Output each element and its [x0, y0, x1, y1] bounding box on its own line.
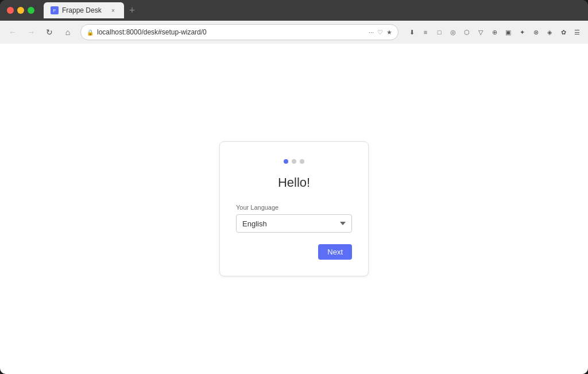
tabs-bar: F Frappe Desk × + [44, 2, 581, 18]
bookmark-icon[interactable]: ★ [386, 29, 392, 36]
minimize-traffic-light[interactable] [17, 7, 24, 14]
forward-button[interactable]: → [23, 24, 39, 40]
menu-icon[interactable]: ☰ [571, 26, 583, 38]
language-label: Your Language [236, 204, 352, 211]
ext10-icon[interactable]: ◈ [543, 26, 556, 38]
back-button[interactable]: ← [5, 24, 21, 40]
wizard-dot-1 [284, 159, 288, 164]
ext3-icon[interactable]: ◎ [447, 26, 459, 38]
download-icon[interactable]: ⬇ [405, 26, 418, 38]
address-bar[interactable]: 🔒 localhost:8000/desk#setup-wizard/0 ···… [80, 24, 399, 40]
tab-title: Frappe Desk [62, 6, 102, 14]
title-bar: F Frappe Desk × + [0, 0, 588, 21]
lock-icon: 🔒 [87, 29, 94, 36]
ext6-icon[interactable]: ⊕ [488, 26, 501, 38]
browser-toolbar: ← → ↻ ⌂ 🔒 localhost:8000/desk#setup-wiza… [0, 21, 588, 44]
toolbar-extension-icons: ⬇ ≡ □ ◎ ⬡ ▽ ⊕ ▣ ✦ ⊗ ◈ ✿ ☰ [405, 26, 583, 38]
language-field: Your Language English French German Span… [236, 204, 352, 233]
browser-window: F Frappe Desk × + ← → ↻ ⌂ 🔒 localhost:80… [0, 0, 588, 374]
reload-button[interactable]: ↻ [41, 24, 57, 40]
more-icon[interactable]: ··· [369, 29, 374, 36]
next-button[interactable]: Next [318, 244, 352, 260]
ext2-icon[interactable]: □ [433, 26, 446, 38]
wizard-dot-3 [300, 159, 304, 164]
wizard-step-dots [236, 159, 352, 164]
traffic-lights [7, 7, 34, 14]
ext7-icon[interactable]: ▣ [502, 26, 514, 38]
wizard-footer: Next [236, 244, 352, 260]
ext5-icon[interactable]: ▽ [474, 26, 487, 38]
url-text: localhost:8000/desk#setup-wizard/0 [97, 28, 365, 36]
setup-wizard-card: Hello! Your Language English French Germ… [219, 141, 369, 276]
pocket-icon[interactable]: ♡ [377, 29, 383, 36]
tab-favicon: F [51, 6, 59, 14]
language-select[interactable]: English French German Spanish Arabic Chi… [236, 214, 352, 233]
ext1-icon[interactable]: ≡ [419, 26, 432, 38]
fullscreen-traffic-light[interactable] [28, 7, 34, 14]
address-bar-actions: ··· ♡ ★ [369, 29, 392, 36]
ext9-icon[interactable]: ⊗ [529, 26, 542, 38]
ext8-icon[interactable]: ✦ [516, 26, 528, 38]
tab-close-button[interactable]: × [109, 6, 117, 14]
wizard-title: Hello! [236, 175, 352, 190]
home-button[interactable]: ⌂ [60, 24, 76, 40]
ext4-icon[interactable]: ⬡ [461, 26, 473, 38]
page-content: Hello! Your Language English French Germ… [0, 44, 588, 374]
close-traffic-light[interactable] [7, 7, 14, 14]
ext11-icon[interactable]: ✿ [557, 26, 570, 38]
active-tab[interactable]: F Frappe Desk × [44, 2, 124, 18]
new-tab-button[interactable]: + [124, 2, 140, 18]
wizard-dot-2 [292, 159, 296, 164]
